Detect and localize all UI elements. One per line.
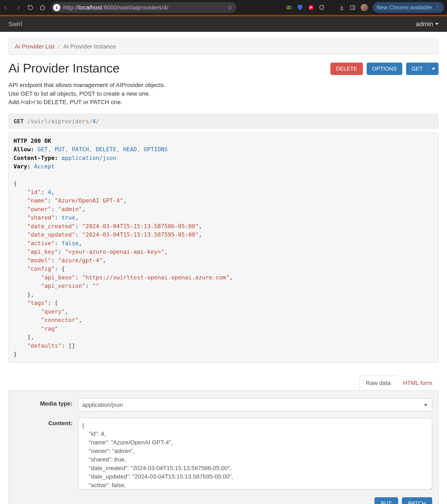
side-panel-icon[interactable] — [350, 4, 356, 11]
download-icon[interactable] — [339, 4, 345, 11]
patch-button[interactable]: PATCH — [402, 497, 432, 504]
put-button[interactable]: PUT — [374, 497, 398, 504]
ctype-value: application/json — [62, 155, 116, 161]
breadcrumb-root-link[interactable]: Ai Provider List — [15, 43, 55, 50]
chrome-update-text: New Chrome available — [377, 4, 432, 11]
address-bar[interactable]: i http://localhost:8000/swirl/aiprovider… — [51, 2, 237, 13]
form-panel: Media type: application/json Content: { … — [8, 390, 439, 504]
json-tag-1: connector — [44, 317, 75, 323]
extensions-puzzle-icon[interactable] — [319, 4, 325, 11]
content-textarea[interactable]: { "id": 4, "name": "Azure/OpenAI GPT-4",… — [78, 418, 432, 489]
json-api-key: <your-azure-openai-api-key> — [68, 248, 161, 255]
url-scheme: http:// — [63, 4, 78, 11]
json-date-created: 2024-03-04T15:15:13.587586-05:00 — [85, 223, 195, 230]
get-button[interactable]: GET — [406, 63, 428, 75]
page-description: API endpoint that allows management of A… — [8, 81, 439, 107]
form-tabs: Raw data HTML form — [8, 376, 439, 390]
url-text: http://localhost:8000/swirl/aiproviders/… — [63, 4, 168, 11]
json-name: Azure/OpenAI GPT-4 — [58, 197, 120, 204]
reload-icon[interactable] — [27, 4, 34, 11]
profile-avatar[interactable] — [361, 4, 368, 11]
media-type-select[interactable]: application/json — [78, 398, 432, 412]
json-tag-2: rag — [44, 325, 55, 332]
page-title: Ai Provider Instance — [8, 61, 120, 75]
browser-toolbar: i http://localhost:8000/swirl/aiprovider… — [0, 0, 447, 15]
json-model: azure/gpt-4 — [62, 257, 99, 264]
extension-icon-2[interactable] — [297, 4, 303, 11]
user-name: admin — [416, 20, 433, 28]
app-navbar: Swirl admin — [0, 16, 447, 32]
allow-value: GET, PUT, PATCH, DELETE, HEAD, OPTIONS — [37, 146, 168, 153]
options-button[interactable]: OPTIONS — [367, 63, 402, 75]
lead-line-2: Use GET to list all objects, POST to cre… — [8, 90, 150, 97]
extension-icon-3[interactable] — [308, 4, 314, 11]
json-tag-0: query — [44, 308, 61, 315]
kebab-menu-icon[interactable]: ⋮ — [435, 6, 440, 8]
svg-point-2 — [308, 5, 314, 10]
url-host: localhost — [78, 4, 102, 11]
back-icon[interactable] — [2, 4, 10, 11]
bookmark-star-icon[interactable]: ☆ — [227, 4, 233, 11]
response-status: HTTP 200 OK — [14, 138, 51, 144]
user-menu[interactable]: admin — [416, 20, 439, 28]
json-id: 4 — [48, 189, 51, 195]
chevron-down-icon — [432, 68, 435, 70]
json-owner: admin — [62, 206, 79, 212]
chrome-update-pill[interactable]: New Chrome available ⋮ — [373, 2, 444, 13]
tab-html-form[interactable]: HTML form — [397, 376, 439, 390]
request-id: 4 — [92, 118, 96, 125]
vary-label: Vary: — [14, 163, 31, 170]
request-path-tail: / — [96, 118, 99, 125]
lead-line-1: API endpoint that allows management of A… — [8, 82, 165, 88]
tab-raw-data[interactable]: Raw data — [359, 376, 397, 390]
breadcrumb: Ai Provider List / Ai Provider Instance — [8, 38, 439, 55]
media-type-label: Media type: — [15, 398, 78, 407]
vary-value: Accept — [34, 163, 55, 170]
ctype-label: Content-Type: — [14, 155, 58, 161]
delete-button[interactable]: DELETE — [330, 63, 363, 75]
svg-rect-3 — [351, 5, 355, 9]
allow-label: Allow: — [14, 146, 34, 153]
request-line: GET /swirl/aiproviders/4/ — [8, 114, 439, 129]
site-info-icon[interactable]: i — [53, 4, 60, 11]
brand-title[interactable]: Swirl — [8, 20, 22, 28]
json-date-updated: 2024-03-04T15:15:13.587595-05:00 — [85, 231, 195, 238]
svg-point-1 — [289, 6, 292, 9]
breadcrumb-sep: / — [58, 43, 60, 50]
request-verb: GET — [14, 118, 24, 125]
json-api-base: https://swirltest-openai.openai.azure.co… — [85, 274, 226, 281]
url-path: :8000/swirl/aiproviders/4/ — [102, 4, 168, 11]
request-path: /swirl/aiproviders/ — [24, 118, 92, 125]
get-dropdown-toggle[interactable] — [428, 63, 439, 75]
forward-icon[interactable] — [14, 4, 22, 11]
response-panel: HTTP 200 OK Allow: GET, PUT, PATCH, DELE… — [8, 132, 439, 363]
extension-icon-1[interactable] — [286, 4, 292, 11]
action-buttons: DELETE OPTIONS GET — [330, 63, 439, 75]
home-icon[interactable] — [39, 4, 46, 11]
chevron-down-icon — [435, 23, 439, 25]
breadcrumb-current: Ai Provider Instance — [63, 43, 116, 50]
lead-line-3: Add /<id>/ to DELETE, PUT or PATCH one. — [8, 99, 122, 105]
content-label: Content: — [15, 418, 78, 427]
